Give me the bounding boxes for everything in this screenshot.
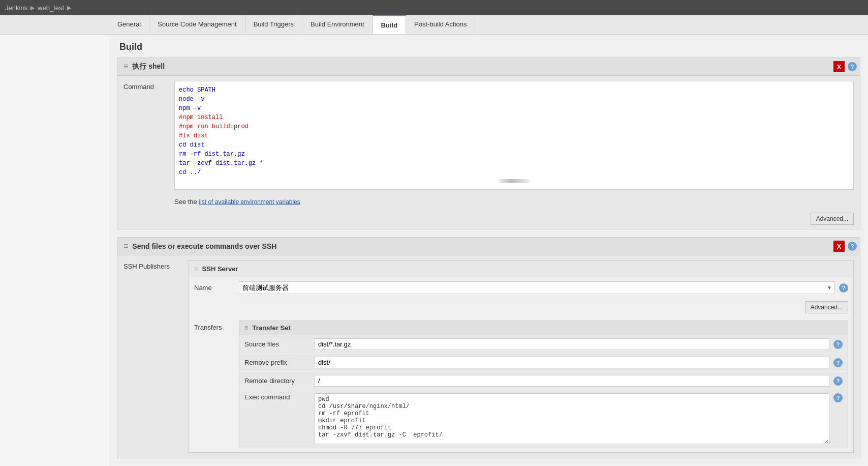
source-files-row: Source files ?	[239, 335, 848, 354]
ssh-publishers-row: SSH Publishers ≡ SSH Server Name	[123, 260, 854, 453]
jenkins-link[interactable]: Jenkins	[5, 4, 27, 12]
sidebar	[0, 35, 109, 466]
transfers-label: Transfers	[194, 321, 235, 331]
command-label: Command	[123, 81, 174, 91]
ssh-close-button[interactable]: X	[833, 241, 845, 252]
cmd-line-10: cd ../	[179, 168, 849, 177]
tab-build-triggers[interactable]: Build Triggers	[245, 15, 302, 34]
ssh-name-label: Name	[194, 284, 235, 292]
shell-close-button[interactable]: X	[833, 61, 845, 72]
scrollbar[interactable]	[499, 179, 530, 183]
tab-source-code[interactable]: Source Code Management	[149, 15, 245, 34]
env-link-prefix: See the	[174, 198, 199, 206]
remote-dir-label: Remote directory	[244, 377, 311, 385]
transfer-set-drag-icon: ≡	[244, 324, 249, 332]
cmd-line-5: #npm run build:prod	[179, 122, 849, 131]
main-wrapper: Build ≡ 执行 shell X ? Command echo $PATH …	[0, 35, 868, 466]
shell-section-header: ≡ 执行 shell	[117, 58, 860, 76]
exec-command-help-icon[interactable]: ?	[833, 393, 843, 402]
ssh-publishers-label: SSH Publishers	[123, 260, 184, 270]
ssh-server-drag-icon: ≡	[194, 265, 198, 273]
cmd-line-8: rm -rf dist.tar.gz	[179, 150, 849, 159]
top-nav: Jenkins ▶ web_test ▶	[0, 0, 868, 15]
exec-command-textarea[interactable]: pwd cd /usr/share/nginx/html/ rm -rf epr…	[315, 393, 829, 444]
env-link-row: See the list of available environment va…	[117, 195, 860, 209]
exec-command-label: Exec command	[244, 393, 311, 401]
ssh-name-select[interactable]: 前端测试服务器	[239, 281, 835, 294]
ssh-content: SSH Publishers ≡ SSH Server Name	[117, 255, 860, 458]
drag-handle-icon: ≡	[123, 62, 128, 71]
tab-build-env[interactable]: Build Environment	[302, 15, 373, 34]
ssh-section-title: Send files or execute commands over SSH	[132, 242, 276, 250]
tab-build[interactable]: Build	[373, 15, 407, 34]
cmd-line-4: #npm install	[179, 113, 849, 122]
source-files-help-icon[interactable]: ?	[833, 340, 843, 349]
ssh-server-title: SSH Server	[202, 265, 238, 273]
page-title: Build	[109, 35, 868, 57]
transfer-set-title: Transfer Set	[253, 324, 291, 332]
tab-general[interactable]: General	[109, 15, 149, 34]
transfers-row: Transfers ≡ Transfer Set Source files	[189, 316, 853, 452]
ssh-advanced-row: Advanced...	[189, 298, 853, 316]
ssh-advanced-button[interactable]: Advanced...	[805, 301, 848, 313]
shell-command-editor[interactable]: echo $PATH node -v npm -v #npm install #…	[174, 81, 854, 190]
shell-advanced-button[interactable]: Advanced...	[811, 213, 854, 225]
cmd-line-6: #ls dist	[179, 131, 849, 140]
web-test-link[interactable]: web_test	[38, 4, 64, 12]
cmd-line-9: tar -zcvf dist.tar.gz *	[179, 159, 849, 168]
remote-dir-row: Remote directory ?	[239, 372, 848, 390]
shell-section-title: 执行 shell	[132, 62, 165, 71]
remove-prefix-input[interactable]	[315, 357, 829, 368]
source-files-input[interactable]	[315, 338, 829, 350]
ssh-name-row: Name 前端测试服务器 ▼ ?	[189, 277, 853, 298]
remote-dir-help-icon[interactable]: ?	[833, 376, 843, 386]
cmd-line-3: npm -v	[179, 104, 849, 113]
ssh-section-header: ≡ Send files or execute commands over SS…	[117, 238, 860, 255]
ssh-name-help-icon[interactable]: ?	[839, 283, 848, 293]
source-files-label: Source files	[244, 340, 311, 348]
cmd-line-7: cd dist	[179, 140, 849, 150]
shell-section: ≡ 执行 shell X ? Command echo $PATH node -…	[117, 57, 860, 229]
ssh-drag-handle-icon: ≡	[123, 242, 128, 251]
cmd-line-2: node -v	[179, 95, 849, 104]
ssh-section: ≡ Send files or execute commands over SS…	[117, 237, 860, 458]
breadcrumb-arrow-1: ▶	[30, 5, 35, 11]
ssh-name-select-wrapper: 前端测试服务器 ▼	[239, 281, 835, 294]
remove-prefix-help-icon[interactable]: ?	[833, 358, 843, 367]
cmd-line-1: echo $PATH	[179, 85, 849, 95]
ssh-server-container: ≡ SSH Server Name 前端测试服务器 ▼	[189, 260, 854, 453]
breadcrumb-arrow-2: ▶	[67, 5, 71, 11]
env-variables-link[interactable]: list of available environment variables	[199, 198, 300, 206]
shell-help-icon[interactable]: ?	[848, 62, 857, 71]
tab-bar: General Source Code Management Build Tri…	[0, 15, 868, 35]
transfer-set-header: ≡ Transfer Set	[239, 321, 848, 335]
transfer-set-block: ≡ Transfer Set Source files ?	[239, 321, 848, 448]
ssh-server-block: ≡ SSH Server Name 前端测试服务器 ▼	[189, 260, 854, 453]
main-content: Build ≡ 执行 shell X ? Command echo $PATH …	[109, 35, 868, 466]
tab-post-build[interactable]: Post-build Actions	[406, 15, 475, 34]
command-row: Command echo $PATH node -v npm -v #npm i…	[117, 76, 860, 195]
ssh-help-icon[interactable]: ?	[848, 242, 857, 251]
remove-prefix-label: Remove prefix	[244, 359, 311, 366]
exec-command-row: Exec command pwd cd /usr/share/nginx/htm…	[239, 390, 848, 448]
remove-prefix-row: Remove prefix ?	[239, 354, 848, 372]
ssh-server-header: ≡ SSH Server	[189, 261, 853, 277]
remote-dir-input[interactable]	[315, 375, 829, 387]
command-value: echo $PATH node -v npm -v #npm install #…	[174, 81, 854, 190]
shell-advanced-row: Advanced...	[117, 209, 860, 229]
